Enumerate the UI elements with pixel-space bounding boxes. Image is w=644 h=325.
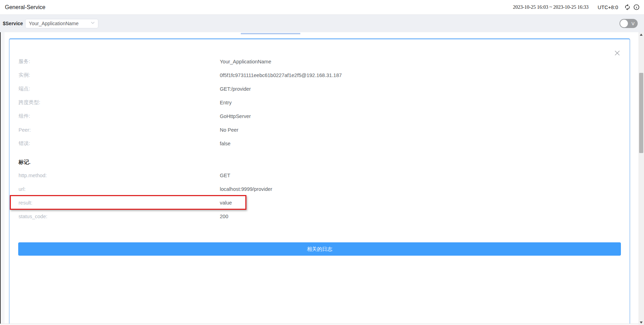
field-value: false xyxy=(220,141,231,146)
toggle-label: V xyxy=(631,21,635,26)
field-value: GET:/provider xyxy=(220,86,251,92)
scrollbar-thumb[interactable] xyxy=(639,73,643,153)
main-content: 服务: Your_ApplicationName 实例: 0f5f1fc9731… xyxy=(0,32,644,324)
field-value: Your_ApplicationName xyxy=(220,59,271,64)
tag-row-url: url: localhost:9999/provider xyxy=(9,182,630,196)
service-selector-label: $Service xyxy=(3,21,23,26)
tag-label: status_code: xyxy=(19,214,220,219)
field-row-component: 组件: GoHttpServer xyxy=(9,109,630,123)
tag-row-result: result: value xyxy=(9,196,630,209)
trace-span-bar xyxy=(241,33,300,34)
field-value: Entry xyxy=(220,100,232,105)
tag-label: http.method: xyxy=(19,173,220,178)
tag-value: value xyxy=(220,200,232,206)
time-range[interactable]: 2023-10-25 16:03 ~ 2023-10-25 16:33 xyxy=(513,5,589,10)
field-value: No Peer xyxy=(220,127,238,133)
field-label: 错误: xyxy=(19,140,220,147)
refresh-icon[interactable] xyxy=(624,4,631,11)
service-select-value: Your_ApplicationName xyxy=(29,21,79,26)
tag-value: localhost:9999/provider xyxy=(220,186,272,192)
version-toggle[interactable]: V xyxy=(620,19,638,28)
field-row-span-type: 跨度类型: Entry xyxy=(9,96,630,109)
tag-label: result: xyxy=(19,200,220,206)
field-value: 0f5f1fc9731111eebc61b0227af1e2f5@192.168… xyxy=(220,72,342,78)
chevron-down-icon xyxy=(90,20,95,27)
field-row-peer: Peer: No Peer xyxy=(9,123,630,137)
scrollbar-down-arrow[interactable] xyxy=(638,320,644,325)
left-gutter xyxy=(1,32,5,324)
tag-value: 200 xyxy=(220,214,228,219)
header-right: 2023-10-25 16:03 ~ 2023-10-25 16:33 UTC+… xyxy=(513,4,640,11)
span-detail-dialog: 服务: Your_ApplicationName 实例: 0f5f1fc9731… xyxy=(9,39,630,324)
tags-section-title: 标记. xyxy=(9,156,630,168)
service-select[interactable]: Your_ApplicationName xyxy=(25,19,98,28)
field-label: Peer: xyxy=(19,127,220,133)
field-row-endpoint: 端点: GET:/provider xyxy=(9,82,630,96)
tag-rows: http.method: GET url: localhost:9999/pro… xyxy=(9,168,630,223)
field-label: 端点: xyxy=(19,85,220,92)
field-label: 实例: xyxy=(19,72,220,78)
field-value: GoHttpServer xyxy=(220,113,251,119)
page-title: General-Service xyxy=(5,4,46,11)
panel-left-edge xyxy=(0,32,1,324)
toggle-knob xyxy=(620,20,628,27)
tag-row-status-code: status_code: 200 xyxy=(9,209,630,223)
timezone-label[interactable]: UTC+8:0 xyxy=(598,5,618,10)
field-label: 服务: xyxy=(19,58,220,65)
detail-fields: 服务: Your_ApplicationName 实例: 0f5f1fc9731… xyxy=(9,55,630,150)
scrollbar-up-arrow[interactable] xyxy=(638,32,644,37)
vertical-scrollbar[interactable] xyxy=(638,32,644,325)
info-icon[interactable] xyxy=(633,4,640,11)
field-row-instance: 实例: 0f5f1fc9731111eebc61b0227af1e2f5@192… xyxy=(9,68,630,82)
filter-toolbar: $Service Your_ApplicationName V xyxy=(0,15,644,32)
field-label: 跨度类型: xyxy=(19,99,220,106)
field-label: 组件: xyxy=(19,113,220,119)
tag-value: GET xyxy=(220,173,230,178)
tag-label: url: xyxy=(19,186,220,192)
field-row-error: 错误: false xyxy=(9,137,630,150)
tag-row-http-method: http.method: GET xyxy=(9,168,630,182)
field-row-service: 服务: Your_ApplicationName xyxy=(9,55,630,68)
related-logs-button[interactable]: 相关的日志 xyxy=(18,242,621,256)
app-header: General-Service 2023-10-25 16:03 ~ 2023-… xyxy=(0,0,644,15)
